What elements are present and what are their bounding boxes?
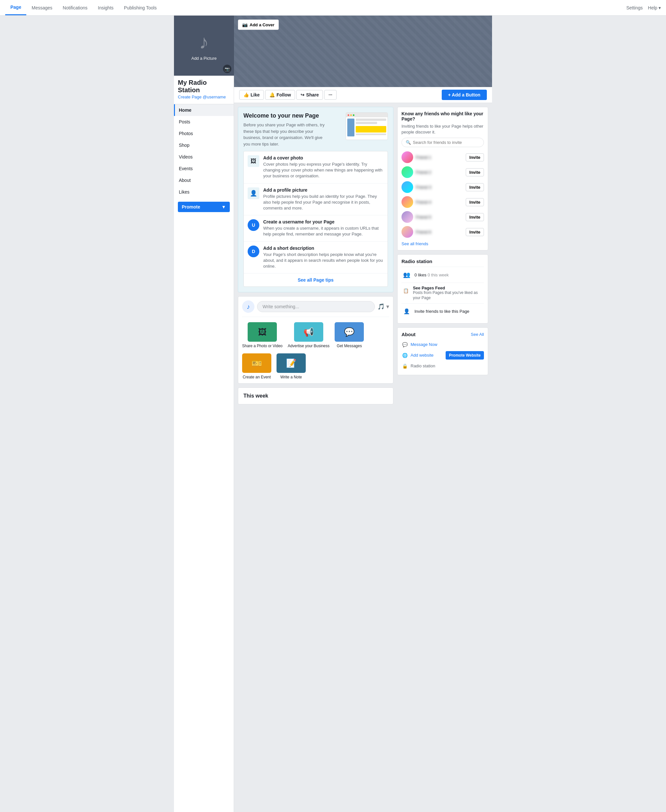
browser-sidebar-mock xyxy=(347,119,354,136)
post-action-photo[interactable]: 🖼 Share a Photo or Video xyxy=(242,322,283,348)
search-friends-input[interactable] xyxy=(413,140,480,145)
see-all-friends-link[interactable]: See all friends xyxy=(402,241,484,246)
invite-button-6[interactable]: Invite xyxy=(466,228,484,236)
sidebar-item-events[interactable]: Events xyxy=(174,163,234,174)
invite-friends-stat[interactable]: 👤 Invite friends to like this Page xyxy=(402,303,484,319)
nav-tabs: Page Messages Notifications Insights Pub… xyxy=(5,0,626,15)
sidebar-item-likes[interactable]: Likes xyxy=(174,186,234,198)
nav-tab-publishing-tools[interactable]: Publishing Tools xyxy=(119,0,162,15)
nav-tab-messages[interactable]: Messages xyxy=(26,0,58,15)
promote-button[interactable]: Promote ▼ xyxy=(178,202,230,212)
invite-friends-card: Know any friends who might like your Pag… xyxy=(397,107,488,250)
tip-cover-icon: 🖼 xyxy=(248,155,259,167)
sidebar-item-photos[interactable]: Photos xyxy=(174,127,234,139)
tip-profile-text: Add a profile picture Profile pictures h… xyxy=(263,187,384,212)
settings-link[interactable]: Settings xyxy=(626,5,643,10)
like-icon: 👍 xyxy=(244,92,249,98)
like-button[interactable]: 👍 Like xyxy=(239,90,264,100)
tip-cover-desc: Cover photos help you express your Page'… xyxy=(263,161,384,179)
tip-item-profile[interactable]: 👤 Add a profile picture Profile pictures… xyxy=(244,184,387,216)
invite-button-3[interactable]: Invite xyxy=(466,183,484,191)
post-action-messages-label: Get Messages xyxy=(337,344,362,348)
tip-profile-icon: 👤 xyxy=(248,187,259,199)
nav-tab-insights[interactable]: Insights xyxy=(93,0,119,15)
add-website-label[interactable]: Add website xyxy=(410,353,434,357)
friend-name-6: Friend 6 xyxy=(416,230,463,235)
nav-tab-page[interactable]: Page xyxy=(5,0,26,15)
search-friends-bar[interactable]: 🔍 xyxy=(402,138,484,147)
welcome-card: Welcome to your new Page × xyxy=(238,107,393,292)
invite-button-2[interactable]: Invite xyxy=(466,168,484,176)
invite-friends-title: Know any friends who might like your Pag… xyxy=(402,111,484,121)
friend-avatar-4 xyxy=(402,196,413,208)
browser-dot-yellow xyxy=(350,114,352,116)
tip-item-cover[interactable]: 🖼 Add a cover photo Cover photos help yo… xyxy=(244,151,387,184)
two-col: Welcome to your new Page × xyxy=(234,103,492,408)
see-all-tips[interactable]: See all Page tips xyxy=(244,273,387,286)
share-button[interactable]: ↪ Share xyxy=(296,90,323,100)
post-action-messages[interactable]: 💬 Get Messages xyxy=(335,322,364,348)
browser-bar xyxy=(346,113,387,117)
main-layout: ♪ Add a Picture 📷 My Radio Station Creat… xyxy=(174,16,492,812)
welcome-title: Welcome to your new Page xyxy=(244,112,319,119)
see-all-about-link[interactable]: See All xyxy=(471,332,484,337)
feed-text-group: See Pages Feed Posts from Pages that you… xyxy=(413,286,484,301)
tip-cover-text: Add a cover photo Cover photos help you … xyxy=(263,155,384,179)
sidebar: ♪ Add a Picture 📷 My Radio Station Creat… xyxy=(174,16,234,812)
post-action-note-label: Write a Note xyxy=(280,375,302,379)
invite-friends-label: Invite friends to like this Page xyxy=(414,309,469,314)
tip-item-desc[interactable]: D Add a short description Your Page's sh… xyxy=(244,241,387,274)
music-icon-large: ♪ xyxy=(199,31,209,53)
sidebar-item-posts[interactable]: Posts xyxy=(174,116,234,127)
content-area: 📷 Add a Cover 👍 Like 🔔 Follow ↪ Share xyxy=(234,16,492,812)
post-actions: 🖼 Share a Photo or Video 📢 Advertise you… xyxy=(242,321,389,379)
about-card-header: About See All xyxy=(402,332,484,337)
about-radio-item: 🔒 Radio station xyxy=(402,361,484,371)
browser-dot-green xyxy=(353,114,354,116)
this-week-title: This week xyxy=(244,393,388,399)
nav-tab-notifications[interactable]: Notifications xyxy=(58,0,92,15)
message-icon: 💬 xyxy=(402,341,408,348)
invite-button-5[interactable]: Invite xyxy=(466,213,484,221)
action-btns: 👍 Like 🔔 Follow ↪ Share ··· xyxy=(239,90,336,100)
post-action-advertise[interactable]: 📢 Advertise your Business xyxy=(288,322,330,348)
friend-item-5: Friend 5 Invite xyxy=(402,210,484,225)
post-action-photo-thumb: 🖼 xyxy=(248,322,277,342)
add-button-cta[interactable]: + Add a Button xyxy=(442,89,487,100)
post-action-note[interactable]: 📝 Write a Note xyxy=(277,353,306,379)
sidebar-item-home[interactable]: Home xyxy=(174,104,234,116)
right-col: Know any friends who might like your Pag… xyxy=(397,107,488,404)
more-button[interactable]: ··· xyxy=(324,90,336,100)
invite-button-1[interactable]: Invite xyxy=(466,153,484,161)
friend-avatar-5 xyxy=(402,211,413,223)
page-name: My Radio Station xyxy=(174,76,234,94)
write-post-card: ♪ Write something... 🎵 ▾ 🖼 Share a Photo… xyxy=(238,296,393,384)
post-action-event[interactable]: 🎫 Create an Event xyxy=(242,353,271,379)
about-message-item[interactable]: 💬 Message Now xyxy=(402,340,484,349)
page-username[interactable]: Create Page @username xyxy=(174,94,234,103)
tip-username-text: Create a username for your Page When you… xyxy=(263,219,384,237)
sidebar-item-about[interactable]: About xyxy=(174,174,234,186)
invite-button-4[interactable]: Invite xyxy=(466,198,484,206)
follow-button[interactable]: 🔔 Follow xyxy=(265,90,295,100)
friend-name-4: Friend 4 xyxy=(416,200,463,205)
action-bar: 👍 Like 🔔 Follow ↪ Share ··· + Add a Butt… xyxy=(234,87,492,103)
add-cover-button[interactable]: 📷 Add a Cover xyxy=(238,20,279,30)
tip-username-title: Create a username for your Page xyxy=(263,219,384,225)
write-post-options-icon[interactable]: 🎵 ▾ xyxy=(378,303,389,310)
friend-item-4: Friend 4 Invite xyxy=(402,195,484,210)
friend-avatar-2 xyxy=(402,166,413,178)
tip-desc-text: Add a short description Your Page's shor… xyxy=(263,246,384,270)
write-post-input[interactable]: Write something... xyxy=(257,301,375,312)
sidebar-item-videos[interactable]: Videos xyxy=(174,151,234,163)
post-action-event-label: Create an Event xyxy=(243,375,271,379)
profile-pic-area[interactable]: ♪ Add a Picture 📷 xyxy=(174,16,234,76)
see-pages-feed-stat[interactable]: 📋 See Pages Feed Posts from Pages that y… xyxy=(402,283,484,303)
friend-item-2: Friend 2 Invite xyxy=(402,165,484,180)
promote-website-button[interactable]: Promote Website xyxy=(446,351,484,360)
help-link[interactable]: Help ▾ xyxy=(648,5,661,10)
browser-row-1 xyxy=(356,119,386,121)
sidebar-item-shop[interactable]: Shop xyxy=(174,139,234,151)
friend-name-1: Friend 1 xyxy=(416,155,463,160)
tip-item-username[interactable]: U Create a username for your Page When y… xyxy=(244,215,387,241)
